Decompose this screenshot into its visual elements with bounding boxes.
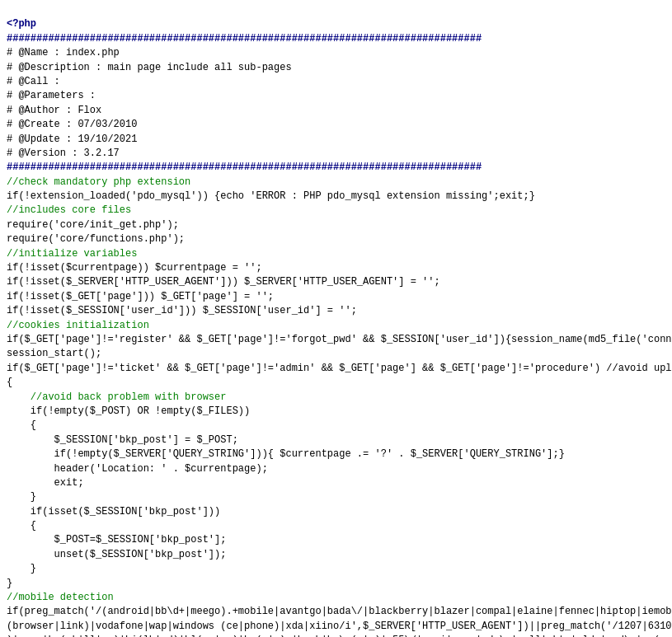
- code-line: $_POST=$_SESSION['bkp_post'];: [7, 533, 665, 547]
- code-line: {: [7, 519, 665, 533]
- code-line: )|avan|be(ck|ll|nq)|bi(lb|rd)|bl(ac|az)|…: [7, 634, 665, 637]
- code-line: if($_GET['page']!='register' && $_GET['p…: [7, 333, 665, 347]
- code-line: if(!isset($_GET['page'])) $_GET['page'] …: [7, 290, 665, 304]
- code-line: //includes core files: [7, 204, 665, 218]
- code-line: session_start();: [7, 347, 665, 361]
- code-line: //initialize variables: [7, 247, 665, 261]
- code-line: ########################################…: [7, 32, 665, 46]
- code-line: ########################################…: [7, 161, 665, 175]
- code-editor: <?php###################################…: [0, 0, 672, 637]
- code-line: $_SESSION['bkp_post'] = $_POST;: [7, 433, 665, 447]
- code-line: require('core/init_get.php');: [7, 218, 665, 232]
- code-line: if(!empty($_POST) OR !empty($_FILES)): [7, 405, 665, 419]
- code-line: if(isset($_SESSION['bkp_post'])): [7, 505, 665, 519]
- code-line: header('Location: ' . $currentpage);: [7, 462, 665, 476]
- code-line: if(!isset($_SERVER['HTTP_USER_AGENT'])) …: [7, 275, 665, 289]
- code-line: //avoid back problem with browser: [7, 391, 665, 405]
- code-line: //cookies initialization: [7, 319, 665, 333]
- code-line: exit;: [7, 476, 665, 490]
- code-line: if(!empty($_SERVER['QUERY_STRING'])){ $c…: [7, 447, 665, 461]
- code-line: (browser|link)|vodafone|wap|windows (ce|…: [7, 620, 665, 634]
- code-line: # @Parameters :: [7, 89, 665, 103]
- code-line: if(preg_match('/(android|bb\d+|meego).+m…: [7, 605, 665, 619]
- code-line: //mobile detection: [7, 591, 665, 605]
- code-line: # @Version : 3.2.17: [7, 147, 665, 161]
- code-line: if(!isset($currentpage)) $currentpage = …: [7, 261, 665, 275]
- code-line: {: [7, 376, 665, 390]
- code-line: require('core/functions.php');: [7, 232, 665, 246]
- code-line: # @Author : Flox: [7, 104, 665, 118]
- code-line: if(!extension_loaded('pdo_mysql')) {echo…: [7, 190, 665, 204]
- code-line: # @Name : index.php: [7, 46, 665, 60]
- code-line: {: [7, 419, 665, 433]
- code-line: if(!isset($_SESSION['user_id'])) $_SESSI…: [7, 304, 665, 318]
- code-line: # @Update : 19/10/2021: [7, 133, 665, 147]
- code-line: if($_GET['page']!='ticket' && $_GET['pag…: [7, 362, 665, 376]
- code-line: # @Description : main page include all s…: [7, 61, 665, 75]
- code-line: <?php: [7, 17, 665, 31]
- code-line: }: [7, 577, 665, 591]
- code-line: //check mandatory php extension: [7, 176, 665, 190]
- code-line: }: [7, 490, 665, 504]
- code-line: # @Call :: [7, 75, 665, 89]
- code-line: unset($_SESSION['bkp_post']);: [7, 548, 665, 562]
- code-line: # @Create : 07/03/2010: [7, 118, 665, 132]
- code-line: }: [7, 562, 665, 576]
